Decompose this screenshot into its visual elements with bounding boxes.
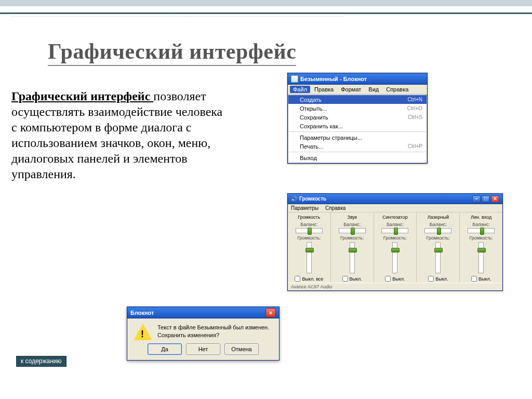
mixer-channel: ГромкостьБаланс:Громкость:Выкл. все — [288, 212, 331, 283]
mute-label: Выкл. — [478, 276, 491, 282]
no-button[interactable]: Нет — [186, 343, 220, 355]
mixer-channel: СинтезаторБаланс:Громкость:Выкл. — [374, 212, 417, 283]
mute-checkbox[interactable]: Выкл. — [471, 276, 491, 282]
shortcut: Ctrl+S — [408, 114, 422, 120]
notepad-titlebar[interactable]: Безымянный - Блокнот — [288, 73, 427, 85]
shortcut: Ctrl+N — [407, 97, 422, 102]
cancel-button[interactable]: Отмена — [224, 343, 259, 355]
mute-input[interactable] — [295, 276, 300, 282]
menu-item-page-setup[interactable]: Параметры страницы... — [288, 133, 427, 142]
mixer-status: Avance AC97 Audio — [288, 283, 502, 290]
speaker-icon: 🔊 — [291, 196, 298, 202]
mute-checkbox[interactable]: Выкл. — [385, 276, 405, 282]
dialog-text: Текст в файле Безымянный был изменен. Со… — [157, 324, 269, 340]
mixer-channel: ЗвукБаланс:Громкость:Выкл. — [331, 212, 374, 283]
menu-item-open[interactable]: Открыть... Ctrl+O — [288, 104, 427, 113]
menu-item-saveas[interactable]: Сохранить как... — [288, 122, 427, 130]
mixer-menubar: Параметры Справка — [288, 204, 502, 212]
mixer-title: Громкость — [299, 196, 326, 202]
balance-label: Баланс: — [343, 222, 361, 227]
volume-label: Громкость: — [383, 235, 407, 241]
balance-slider[interactable] — [468, 228, 495, 233]
minimize-button[interactable]: – — [472, 195, 481, 203]
menu-item-save[interactable]: Сохранить Ctrl+S — [288, 113, 427, 122]
document-icon — [291, 75, 298, 83]
menu-item-label: Параметры страницы... — [300, 135, 362, 141]
balance-slider[interactable] — [424, 228, 451, 233]
menu-item-label: Печать... — [300, 143, 323, 150]
channel-name: Синтезатор — [382, 215, 407, 221]
mixer-titlebar[interactable]: 🔊 Громкость – □ × — [288, 194, 502, 204]
decorative-top-line — [0, 12, 532, 14]
volume-slider[interactable] — [350, 242, 355, 273]
mute-input[interactable] — [342, 276, 348, 282]
channel-name: Звук — [347, 215, 356, 221]
volume-slider[interactable] — [307, 242, 312, 273]
slide-title: Графический интерфейс — [48, 39, 296, 66]
mute-input[interactable] — [428, 276, 434, 282]
slide-body-text: Графический интерфейс позволяет осуществ… — [11, 88, 224, 182]
menu-params[interactable]: Параметры — [291, 205, 318, 211]
menu-format[interactable]: Формат — [338, 86, 364, 93]
balance-label: Баланс: — [300, 222, 317, 227]
dialog-buttons: Да Нет Отмена — [127, 343, 279, 360]
channel-name: Лин. вход — [471, 215, 491, 221]
menu-item-label: Создать — [300, 97, 322, 103]
volume-label: Громкость: — [297, 235, 321, 241]
balance-label: Баланс: — [430, 222, 447, 227]
balance-slider[interactable] — [381, 228, 408, 233]
to-contents-button[interactable]: к содержанию — [16, 356, 66, 367]
menu-item-exit[interactable]: Выход — [288, 153, 427, 162]
volume-slider[interactable] — [478, 242, 484, 273]
mute-checkbox[interactable]: Выкл. все — [295, 276, 323, 282]
mute-input[interactable] — [471, 276, 477, 282]
menu-item-print[interactable]: Печать... Ctrl+P — [288, 142, 427, 151]
volume-label: Громкость: — [340, 235, 364, 241]
menu-edit[interactable]: Правка — [311, 86, 337, 93]
mute-label: Выкл. — [435, 276, 448, 282]
dialog-titlebar[interactable]: Блокнот × — [127, 307, 279, 318]
menu-item-label: Выход — [300, 155, 317, 161]
maximize-button[interactable]: □ — [482, 195, 490, 203]
notepad-title: Безымянный - Блокнот — [300, 76, 367, 82]
balance-label: Баланс: — [387, 222, 404, 227]
menu-item-create[interactable]: Создать Ctrl+N — [288, 95, 427, 104]
mixer-channel: ЛазерныйБаланс:Громкость:Выкл. — [417, 212, 460, 283]
close-button[interactable]: × — [265, 308, 276, 317]
yes-button[interactable]: Да — [148, 343, 182, 355]
balance-slider[interactable] — [296, 228, 323, 233]
volume-slider[interactable] — [392, 242, 397, 273]
menu-item-label: Сохранить — [300, 114, 328, 121]
menu-file[interactable]: Файл — [290, 86, 310, 93]
mixer-body: ГромкостьБаланс:Громкость:Выкл. всеЗвукБ… — [288, 212, 502, 283]
body-rest: позволяет осуществлять взаимодействие че… — [11, 89, 222, 181]
save-dialog: Блокнот × Текст в файле Безымянный был и… — [127, 307, 280, 361]
menu-item-label: Открыть... — [300, 105, 327, 112]
file-dropdown: Создать Ctrl+N Открыть... Ctrl+O Сохрани… — [288, 94, 427, 163]
dialog-body: Текст в файле Безымянный был изменен. Со… — [127, 318, 279, 343]
menu-separator — [289, 152, 426, 152]
shortcut: Ctrl+O — [407, 105, 422, 111]
menu-view[interactable]: Вид — [365, 86, 382, 93]
mute-checkbox[interactable]: Выкл. — [428, 276, 448, 282]
volume-slider[interactable] — [435, 242, 441, 273]
balance-slider[interactable] — [339, 228, 366, 233]
mute-checkbox[interactable]: Выкл. — [342, 276, 362, 282]
volume-label: Громкость: — [427, 235, 450, 241]
volume-mixer-window: 🔊 Громкость – □ × Параметры Справка Гром… — [287, 193, 503, 291]
volume-label: Громкость: — [469, 235, 493, 241]
decorative-top-bar — [0, 0, 532, 6]
dialog-line1: Текст в файле Безымянный был изменен. — [157, 324, 269, 331]
decorative-strip — [11, 16, 344, 17]
menu-help[interactable]: Справка — [383, 86, 411, 93]
mixer-channel: Лин. входБаланс:Громкость:Выкл. — [460, 212, 502, 283]
notepad-menubar: Файл Правка Формат Вид Справка — [288, 85, 427, 95]
shortcut: Ctrl+P — [408, 143, 422, 149]
dialog-line2: Сохранить изменения? — [157, 331, 269, 339]
mute-input[interactable] — [385, 276, 391, 282]
dialog-title: Блокнот — [130, 310, 154, 316]
mute-label: Выкл. — [350, 276, 362, 282]
close-button[interactable]: × — [491, 195, 499, 203]
menu-help[interactable]: Справка — [325, 205, 345, 211]
mute-label: Выкл. все — [302, 276, 323, 282]
